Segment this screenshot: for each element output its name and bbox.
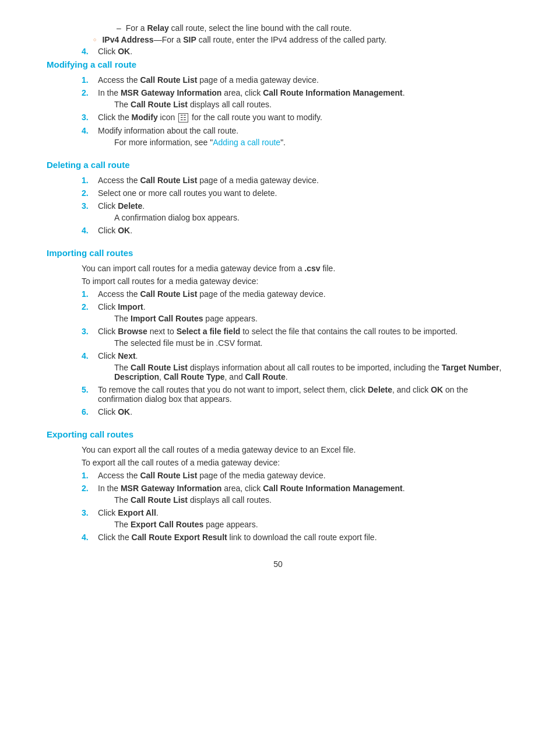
intro-section: – For a Relay call route, select the lin… — [47, 23, 509, 56]
bullet-ipv4: ○ IPv4 Address—For a SIP call route, ent… — [47, 35, 509, 44]
export-intro1: You can export all the call routes of a … — [47, 445, 509, 454]
export-step-4: 4. Click the Call Route Export Result li… — [47, 533, 509, 542]
import-step-4: 4. Click Next. The Call Route List displ… — [47, 351, 509, 382]
exporting-heading: Exporting call routes — [47, 429, 509, 439]
modify-step-3: 3. Click the Modify icon ☷ for the call … — [47, 113, 509, 123]
export-step-1: 1. Access the Call Route List page of th… — [47, 471, 509, 480]
delete-step-4: 4. Click OK. — [47, 226, 509, 235]
export-step-3: 3. Click Export All. The Export Call Rou… — [47, 508, 509, 529]
intro-step-4: 4. Click OK. — [47, 47, 509, 56]
importing-steps: 1. Access the Call Route List page of th… — [47, 289, 509, 416]
import-step-2: 2. Click Import. The Import Call Routes … — [47, 302, 509, 323]
adding-call-route-link[interactable]: Adding a call route — [213, 138, 280, 147]
import-intro1: You can import call routes for a media g… — [47, 264, 509, 273]
export-step-2: 2. In the MSR Gateway Information area, … — [47, 484, 509, 505]
import-step-5: 5. To remove the call routes that you do… — [47, 385, 509, 404]
delete-step-2: 2. Select one or more call routes you wa… — [47, 188, 509, 198]
deleting-steps: 1. Access the Call Route List page of a … — [47, 176, 509, 235]
import-step-3: 3. Click Browse next to Select a file fi… — [47, 327, 509, 348]
modifying-section: Modifying a call route 1. Access the Cal… — [47, 60, 509, 147]
bullet-relay: – For a Relay call route, select the lin… — [47, 23, 509, 33]
import-step-6: 6. Click OK. — [47, 407, 509, 416]
intro-numbered: 4. Click OK. — [47, 47, 509, 56]
modify-step-1: 1. Access the Call Route List page of a … — [47, 75, 509, 85]
export-intro2: To export all the call routes of a media… — [47, 458, 509, 467]
delete-step-3: 3. Click Delete. A confirmation dialog b… — [47, 201, 509, 222]
delete-step-1: 1. Access the Call Route List page of a … — [47, 176, 509, 185]
modify-step-4: 4. Modify information about the call rou… — [47, 126, 509, 147]
page-number: 50 — [47, 559, 509, 569]
modifying-steps: 1. Access the Call Route List page of a … — [47, 75, 509, 147]
import-intro2: To import call routes for a media gatewa… — [47, 276, 509, 286]
deleting-heading: Deleting a call route — [47, 160, 509, 170]
exporting-section: Exporting call routes You can export all… — [47, 429, 509, 542]
import-step-1: 1. Access the Call Route List page of th… — [47, 289, 509, 299]
deleting-section: Deleting a call route 1. Access the Call… — [47, 160, 509, 235]
importing-section: Importing call routes You can import cal… — [47, 248, 509, 416]
modifying-heading: Modifying a call route — [47, 60, 509, 69]
modify-icon: ☷ — [178, 113, 188, 123]
modify-step-2: 2. In the MSR Gateway Information area, … — [47, 88, 509, 109]
importing-heading: Importing call routes — [47, 248, 509, 258]
exporting-steps: 1. Access the Call Route List page of th… — [47, 471, 509, 542]
